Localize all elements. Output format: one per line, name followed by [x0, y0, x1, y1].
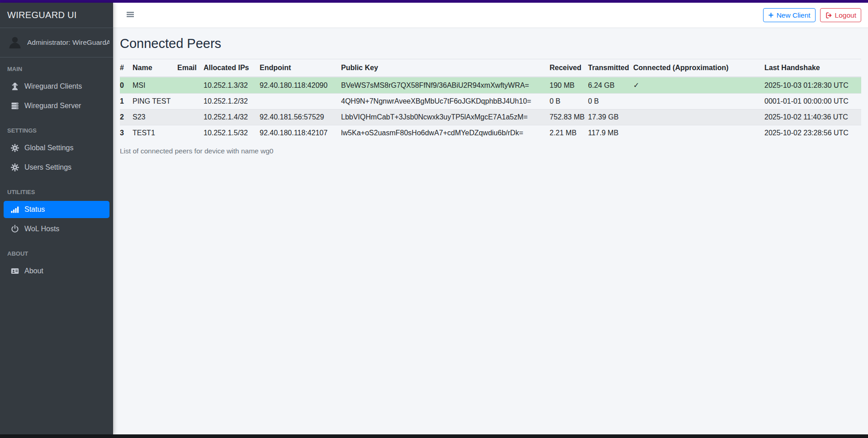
sidebar-item-wol-hosts[interactable]: WoL Hosts	[4, 220, 109, 238]
sidebar-item-label: WoL Hosts	[24, 225, 59, 233]
table-head: #NameEmailAllocated IPsEndpointPublic Ke…	[120, 59, 861, 77]
logout-label: Logout	[835, 10, 856, 20]
cell-transmitted: 0 B	[588, 94, 633, 110]
cell-received: 190 MB	[550, 77, 588, 94]
sidebar-item-wireguard-server[interactable]: Wireguard Server	[4, 97, 109, 114]
sidebar-item-label: Global Settings	[24, 144, 74, 152]
column-header: Connected (Approximation)	[633, 59, 764, 77]
cell-name: PING TEST	[133, 94, 177, 110]
cell-endpoint: 92.40.180.118:42090	[260, 77, 341, 94]
cell-allocated_ips: 10.252.1.3/32	[204, 77, 260, 94]
table-row: 1PING TEST10.252.1.2/324QH9N+7NgnwrAveeX…	[120, 94, 861, 110]
main-area: New Client Logout Connected Peers #NameE…	[113, 3, 868, 434]
sidebar-item-about[interactable]: About	[4, 262, 109, 280]
cell-connected	[633, 110, 764, 125]
column-header: Email	[177, 59, 204, 77]
sidebar: WIREGUARD UI Administrator: WireGuardAc …	[0, 3, 113, 434]
cell-transmitted: 117.9 MB	[588, 125, 633, 141]
cell-public_key: lw5Ka+oS2uasmF80sHo6dwA7+cdMYeDZqwdiu6b/…	[341, 125, 550, 141]
column-header: #	[120, 59, 133, 77]
sidebar-item-label: About	[24, 267, 43, 275]
sidebar-item-label: Users Settings	[24, 163, 71, 171]
sidebar-item-label: Status	[24, 205, 45, 214]
sidebar-nav: MAINWireguard ClientsWireguard ServerSET…	[0, 57, 113, 282]
sidebar-item-label: Wireguard Server	[24, 102, 81, 110]
cell-name: S23	[133, 110, 177, 125]
cell-allocated_ips: 10.252.1.4/32	[204, 110, 260, 125]
cell-allocated_ips: 10.252.1.2/32	[204, 94, 260, 110]
cell-received: 2.21 MB	[550, 125, 588, 141]
new-client-label: New Client	[777, 10, 811, 20]
cell-name: TEST1	[133, 125, 177, 141]
cell-email	[177, 94, 204, 110]
cell-endpoint	[260, 94, 341, 110]
cell-last_handshake: 2025-10-02 23:28:56 UTC	[764, 125, 861, 141]
column-header: Endpoint	[260, 59, 341, 77]
brand-link[interactable]: WIREGUARD UI	[0, 3, 113, 28]
cell-index: 2	[120, 110, 133, 125]
gear-icon	[9, 143, 21, 152]
address-card-icon	[9, 267, 21, 276]
cell-email	[177, 110, 204, 125]
table-row: 0MSI10.252.1.3/3292.40.180.118:42090BVeW…	[120, 77, 861, 94]
cell-index: 0	[120, 77, 133, 94]
sidebar-item-label: Wireguard Clients	[24, 82, 82, 90]
table-caption: List of connected peers for device with …	[120, 147, 861, 155]
column-header: Transmitted	[588, 59, 633, 77]
cell-index: 1	[120, 94, 133, 110]
cell-index: 3	[120, 125, 133, 141]
column-header: Public Key	[341, 59, 550, 77]
cell-name: MSI	[133, 77, 177, 94]
content-area: Connected Peers #NameEmailAllocated IPsE…	[113, 28, 868, 434]
sidebar-item-users-settings[interactable]: Users Settings	[4, 159, 109, 176]
menu-toggle-button[interactable]	[123, 8, 137, 23]
page-title: Connected Peers	[120, 36, 861, 51]
new-client-button[interactable]: New Client	[763, 8, 816, 23]
cell-connected	[633, 94, 764, 110]
cell-connected	[633, 125, 764, 141]
cell-transmitted: 17.39 GB	[588, 110, 633, 125]
sidebar-item-status[interactable]: Status	[4, 201, 109, 218]
cell-received: 752.83 MB	[550, 110, 588, 125]
header-row: #NameEmailAllocated IPsEndpointPublic Ke…	[120, 59, 861, 77]
cell-last_handshake: 2025-10-02 11:40:36 UTC	[764, 110, 861, 125]
cell-last_handshake: 0001-01-01 00:00:00 UTC	[764, 94, 861, 110]
user-avatar-icon	[7, 35, 23, 50]
table-row: 2S2310.252.1.4/3292.40.181.56:57529LbbVI…	[120, 110, 861, 125]
cell-last_handshake: 2025-10-03 01:28:30 UTC	[764, 77, 861, 94]
power-icon	[9, 224, 21, 233]
chart-bars-icon	[9, 205, 21, 214]
cell-public_key: 4QH9N+7NgnwrAveeXBgMbUc7tF6oJGKDqphbBJ4U…	[341, 94, 550, 110]
column-header: Received	[550, 59, 588, 77]
sign-out-icon	[825, 12, 832, 19]
hamburger-icon	[126, 10, 134, 20]
user-name: Administrator: WireGuardAc	[27, 38, 109, 47]
connected-peers-table: #NameEmailAllocated IPsEndpointPublic Ke…	[120, 59, 861, 141]
cell-allocated_ips: 10.252.1.5/32	[204, 125, 260, 141]
nav-section-label: MAIN	[0, 60, 113, 78]
logout-button[interactable]: Logout	[820, 8, 861, 23]
plus-icon	[768, 12, 774, 18]
cell-connected: ✓	[633, 77, 764, 94]
cell-public_key: BVeWS7sMS8rG7QX58FfNf9/36ABiU2R94xmXwfty…	[341, 77, 550, 94]
cell-received: 0 B	[550, 94, 588, 110]
gear-icon	[9, 163, 21, 172]
top-navbar: New Client Logout	[113, 3, 868, 28]
cell-email	[177, 77, 204, 94]
server-icon	[9, 101, 21, 110]
sidebar-item-global-settings[interactable]: Global Settings	[4, 139, 109, 157]
sidebar-item-wireguard-clients[interactable]: Wireguard Clients	[4, 78, 109, 95]
cell-transmitted: 6.24 GB	[588, 77, 633, 94]
cell-endpoint: 92.40.181.56:57529	[260, 110, 341, 125]
cell-email	[177, 125, 204, 141]
cell-public_key: LbbVIQHmCabT+3Jsb0Ncwxk3uyTP5lAxMgcE7A1a…	[341, 110, 550, 125]
user-panel: Administrator: WireGuardAc	[0, 28, 113, 57]
column-header: Last Handshake	[764, 59, 861, 77]
cell-endpoint: 92.40.180.118:42107	[260, 125, 341, 141]
brand-text: WIREGUARD UI	[7, 10, 77, 20]
nav-section-label: SETTINGS	[0, 122, 113, 139]
column-header: Allocated IPs	[204, 59, 260, 77]
user-secret-icon	[9, 82, 21, 91]
nav-section-label: UTILITIES	[0, 183, 113, 201]
app-layout: WIREGUARD UI Administrator: WireGuardAc …	[0, 3, 868, 434]
